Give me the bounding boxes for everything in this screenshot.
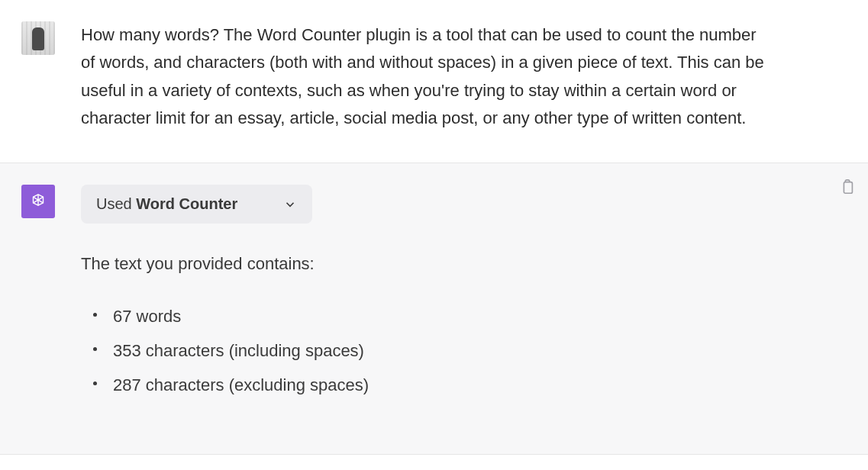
plugin-used-name: Word Counter bbox=[136, 195, 237, 212]
plugin-used-label: Used Word Counter bbox=[96, 195, 237, 213]
result-list: 67 words 353 characters (including space… bbox=[81, 305, 768, 397]
plugin-used-prefix: Used bbox=[96, 195, 136, 212]
assistant-avatar bbox=[21, 185, 55, 218]
user-avatar bbox=[21, 21, 55, 55]
list-item: 287 characters (excluding spaces) bbox=[89, 374, 768, 398]
user-text: How many words? The Word Counter plugin … bbox=[81, 21, 768, 132]
assistant-content: Used Word Counter The text you provided … bbox=[81, 185, 829, 407]
clipboard-icon[interactable] bbox=[839, 179, 856, 195]
list-item: 353 characters (including spaces) bbox=[89, 340, 768, 363]
user-message: How many words? The Word Counter plugin … bbox=[0, 0, 868, 163]
assistant-message: Used Word Counter The text you provided … bbox=[0, 163, 868, 454]
chevron-down-icon bbox=[283, 198, 297, 211]
list-item: 67 words bbox=[89, 305, 768, 329]
svg-rect-0 bbox=[844, 182, 852, 194]
user-content: How many words? The Word Counter plugin … bbox=[81, 21, 829, 132]
assistant-lead-text: The text you provided contains: bbox=[81, 251, 768, 276]
plugin-used-pill[interactable]: Used Word Counter bbox=[81, 185, 312, 224]
openai-logo-icon bbox=[28, 192, 48, 211]
